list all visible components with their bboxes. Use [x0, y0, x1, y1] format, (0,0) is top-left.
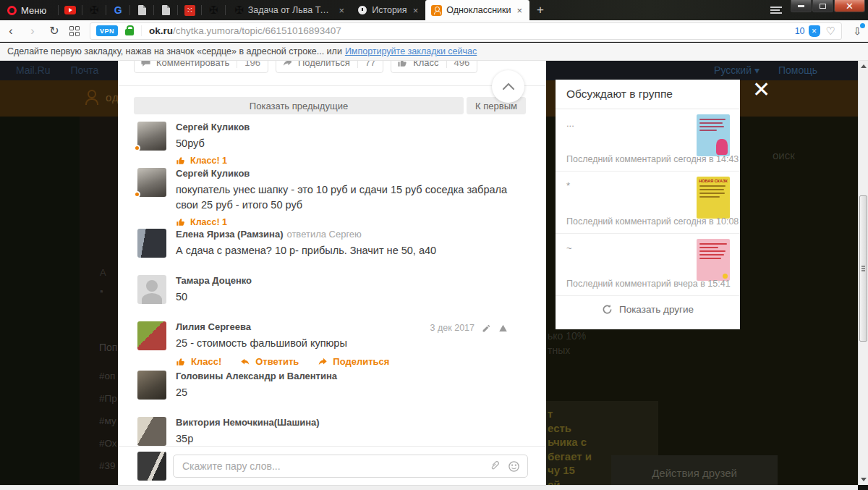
avatar[interactable] [137, 229, 166, 258]
nav-mailru[interactable]: Mail.Ru [16, 64, 50, 80]
url-field[interactable]: VPN ok.ru/chytka.yumora/topic/6615101689… [90, 22, 842, 40]
bookmarks-hint-text: Сделайте первую закладку, нажав на значо… [7, 46, 342, 56]
pinned-tab-red[interactable] [181, 0, 198, 20]
pinned-tab-site2[interactable]: ✠ [205, 0, 222, 20]
pinned-tab-doc2[interactable] [157, 0, 174, 20]
tab-close-icon[interactable]: × [412, 5, 420, 16]
horizontal-scrollbar[interactable] [0, 485, 858, 490]
import-bookmarks-link[interactable]: Импортируйте закладки сейчас [345, 46, 477, 56]
scrollbar-thumb[interactable] [859, 195, 867, 342]
reply-action[interactable]: Ответить [240, 356, 299, 367]
tab-menu-icon[interactable] [770, 5, 783, 15]
report-flag-icon[interactable] [498, 324, 508, 333]
tab-close-icon[interactable]: × [338, 5, 346, 16]
klass-action[interactable]: Класс! [176, 356, 221, 367]
comment-author[interactable]: Тамара Доценко [176, 275, 528, 286]
show-previous-button[interactable]: Показать предыдущие [134, 97, 464, 114]
comment-author[interactable]: Головины Александр и Валентина [176, 371, 528, 381]
maximize-button[interactable] [812, 0, 833, 12]
hashtag[interactable]: #оп [99, 365, 117, 387]
close-modal-icon[interactable]: ✕ [752, 79, 770, 101]
pinned-tab-doc[interactable] [133, 0, 150, 20]
comment-button[interactable]: Комментировать 196 [134, 61, 268, 73]
discussion-item[interactable]: * НОВАЯ СКАЗК Последний комментарий сего… [556, 172, 740, 234]
reload-button[interactable]: ↻ [43, 24, 65, 38]
comment-author[interactable]: Елена Яриза (Рамзина)ответила Сергею [176, 229, 528, 240]
nav-help[interactable]: Помощь [778, 64, 817, 76]
opera-menu-button[interactable]: Меню [0, 0, 55, 20]
thumbnail-heading: НОВАЯ СКАЗК [698, 179, 728, 183]
speed-dial-icon[interactable] [69, 26, 80, 36]
back-button[interactable]: ‹ [0, 25, 22, 38]
nav-language[interactable]: Русский ▾ [714, 64, 760, 76]
share-button[interactable]: Поделиться 77 [276, 61, 383, 73]
hashtag[interactable]: #Пр [99, 387, 117, 410]
show-more-button[interactable]: Показать другие [556, 296, 740, 323]
comment-item: Тамара Доценко 50 [137, 275, 528, 305]
hashtag[interactable]: #Ох [99, 432, 117, 455]
tab-zadacha[interactable]: ✠ Задача от Льва Толстого × [229, 0, 352, 20]
pinned-tab-site[interactable]: ✠ [85, 0, 103, 20]
thumb-up-icon [397, 61, 408, 68]
klass-button-label: Класс [413, 61, 438, 68]
avatar[interactable] [137, 122, 166, 151]
ok-icon [431, 5, 442, 16]
share-action[interactable]: Поделиться [318, 356, 389, 367]
tab-odnoklassniki-active[interactable]: Одноклассники × [425, 0, 529, 20]
minimize-button[interactable] [791, 0, 812, 12]
avatar[interactable] [137, 321, 166, 350]
comment-like-counter[interactable]: Класс! 1 [176, 217, 528, 227]
nav-pochta[interactable]: Почта [70, 64, 98, 80]
like-label: Класс! 1 [190, 217, 227, 227]
hashtag[interactable]: #му [99, 410, 117, 432]
scroll-down-arrow-icon[interactable] [861, 478, 867, 481]
comment-author[interactable]: Сергей Куликов [176, 168, 528, 179]
tab-history[interactable]: История × [352, 0, 425, 20]
heart-bookmark-icon[interactable]: ♡ [826, 25, 835, 38]
attach-paperclip-icon[interactable] [489, 460, 501, 473]
divider [201, 5, 202, 15]
red-grid-icon [184, 5, 195, 16]
online-dot-icon [134, 145, 140, 151]
adblock-shield-icon[interactable]: ✕ [809, 25, 820, 37]
edit-pencil-icon[interactable] [482, 324, 491, 333]
scroll-to-top-button[interactable] [492, 70, 524, 103]
forward-button[interactable]: › [22, 25, 43, 38]
cross-favicon-icon: ✠ [209, 4, 218, 17]
discussion-thumbnail[interactable]: НОВАЯ СКАЗК [697, 177, 730, 219]
close-window-button[interactable]: ✕ [834, 0, 865, 12]
comment-date: 3 дек 2017 [430, 323, 475, 333]
reply-to-label: ответила Сергею [286, 229, 361, 240]
dimmed-left-icons: А ▪ [100, 263, 106, 301]
discussion-thumbnail[interactable] [697, 114, 730, 156]
pinned-tab-youtube[interactable] [61, 0, 79, 20]
discussion-item[interactable]: ... Последний комментарий сегодня в 14:4… [556, 109, 740, 172]
avatar-placeholder[interactable] [137, 275, 166, 304]
tab-close-icon[interactable]: × [516, 5, 524, 16]
download-icon[interactable]: ⇩ [846, 25, 868, 37]
pinned-tab-google[interactable]: G [109, 0, 127, 20]
smiley-icon[interactable] [508, 460, 520, 473]
tab-title: Задача от Льва Толстого [248, 5, 333, 15]
vpn-badge[interactable]: VPN [96, 25, 118, 36]
comment-author[interactable]: Сергей Куликов [176, 122, 528, 132]
scroll-up-arrow-icon[interactable] [861, 64, 867, 68]
url-text[interactable]: ok.ru/chytka.yumora/topic/66151016893407 [141, 25, 795, 36]
comment-like-counter[interactable]: Класс! 1 [176, 156, 528, 166]
discussion-thumbnail[interactable] [697, 239, 730, 281]
klass-button[interactable]: Класс 496 [391, 61, 477, 73]
hashtag[interactable]: #39 [99, 455, 117, 477]
discussion-item[interactable]: ~ Последний комментарий вчера в 15:41 [556, 234, 740, 296]
comments-modal: Комментировать 196 Поделиться 77 Класс 4… [118, 61, 546, 486]
vertical-scrollbar[interactable] [858, 61, 868, 485]
avatar[interactable] [137, 168, 166, 197]
new-tab-button[interactable]: + [529, 3, 551, 17]
comment-input[interactable]: Скажите пару слов... [173, 455, 528, 478]
comment-text: 50 [176, 290, 528, 305]
url-domain: ok.ru [149, 25, 173, 36]
share-icon [282, 61, 293, 68]
avatar[interactable] [137, 417, 166, 446]
comment-author[interactable]: Виктория Немочкина(Шашина) [176, 417, 528, 428]
avatar[interactable] [137, 371, 166, 400]
comment-meta: 3 дек 2017 [430, 323, 508, 333]
